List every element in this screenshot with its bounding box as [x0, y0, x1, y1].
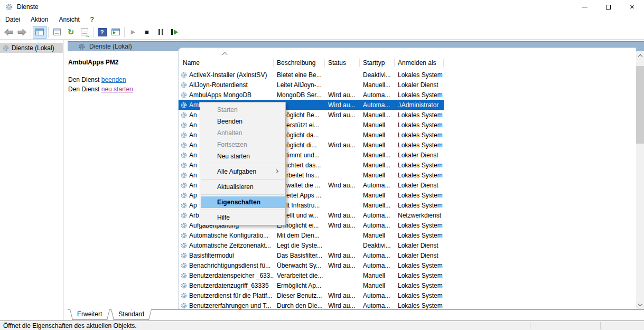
- column-header-name[interactable]: Name: [179, 58, 274, 68]
- service-logon-cell: Lokaler Dienst: [395, 81, 444, 89]
- service-description-cell: Überwacht Sy...: [274, 262, 325, 269]
- menu-?[interactable]: ?: [85, 15, 99, 24]
- service-row[interactable]: Benutzerdatenspeicher _633... Verarbeite…: [179, 270, 444, 280]
- service-status-cell: Wird au...: [325, 111, 360, 119]
- menu-aktion[interactable]: Aktion: [25, 15, 53, 24]
- context-menu-item-anhalten[interactable]: Anhalten: [201, 127, 285, 139]
- service-gear-icon: [181, 152, 187, 158]
- service-starttype-cell: Manuell: [360, 272, 395, 279]
- service-gear-icon: [181, 142, 187, 148]
- column-header-status[interactable]: Status: [325, 58, 360, 68]
- services-gear-icon: [3, 45, 9, 51]
- service-logon-cell: Lokales System: [395, 232, 444, 239]
- service-description-cell: MongoDB Ser...: [274, 91, 325, 99]
- service-row[interactable]: Automatische Konfiguratio... Mit dem Die…: [179, 230, 444, 240]
- scroll-up-button[interactable]: [636, 51, 644, 60]
- tree-item-dienste-lokal[interactable]: Dienste (Lokal): [0, 43, 63, 53]
- service-row[interactable]: Benachrichtigungsdienst fü... Überwacht …: [179, 260, 444, 270]
- show-console-tree-button[interactable]: [33, 26, 46, 39]
- column-header-anmelden-als[interactable]: Anmelden als: [395, 58, 444, 68]
- menu-datei[interactable]: Datei: [0, 15, 25, 24]
- column-header-beschreibung[interactable]: Beschreibung: [274, 58, 325, 68]
- export-list-button[interactable]: →: [78, 26, 91, 39]
- service-row[interactable]: Benutzererfahrungen und T... Durch den D…: [179, 300, 444, 309]
- pause-service-button[interactable]: [154, 26, 167, 39]
- extended-pane: AmbulApps PM2 Den Dienst beenden Den Die…: [68, 51, 178, 309]
- context-menu-item-fortsetzen[interactable]: Fortsetzen: [201, 139, 285, 150]
- stop-service-link[interactable]: beenden: [101, 76, 126, 83]
- context-menu-item-hilfe[interactable]: Hilfe: [201, 212, 285, 223]
- sort-ascending-icon: [222, 52, 228, 58]
- service-starttype-cell: Manuell: [360, 131, 395, 139]
- close-icon: ×: [630, 4, 634, 10]
- start-service-button[interactable]: ▶: [126, 26, 140, 39]
- refresh-button[interactable]: ↻: [64, 26, 78, 39]
- toolbar-separator: [48, 27, 49, 37]
- minimize-button[interactable]: [573, 0, 596, 14]
- maximize-button[interactable]: [596, 0, 620, 14]
- service-logon-cell: Lokales System: [395, 172, 444, 179]
- service-name-cell: Automatische Konfiguratio...: [179, 232, 274, 239]
- service-row[interactable]: ActiveX-Installer (AxInstSV) Bietet eine…: [179, 70, 444, 80]
- tab-erweitert[interactable]: Erweitert: [70, 309, 109, 320]
- view-tabstrip: ErweitertStandard: [68, 309, 644, 320]
- service-row[interactable]: AmbulApps MongoDB MongoDB Ser... Wird au…: [179, 90, 444, 100]
- panel-content: AmbulApps PM2 Den Dienst beenden Den Die…: [68, 51, 644, 309]
- console-tree-icon: [35, 29, 44, 35]
- service-starttype-cell: Automa...: [360, 302, 395, 309]
- context-menu-item-alle-aufgaben[interactable]: Alle Aufgaben: [201, 166, 285, 177]
- statusbar-divider: [600, 322, 601, 329]
- maximize-icon: [606, 5, 611, 10]
- service-starttype-cell: Manuell: [360, 192, 395, 199]
- context-menu-item-neu-starten[interactable]: Neu starten: [201, 150, 285, 162]
- service-name-cell: Basisfiltermodul: [179, 252, 274, 259]
- context-menu-item-beenden[interactable]: Beenden: [201, 116, 285, 127]
- service-name-cell: Automatische Zeitzonenakt...: [179, 242, 274, 249]
- forward-arrow-icon: [17, 29, 27, 36]
- main-area: Dienste (Lokal) Dienste (Lokal) AmbulApp…: [0, 40, 644, 320]
- help-button[interactable]: ?: [95, 26, 109, 39]
- toolbar-separator: [93, 27, 94, 37]
- context-menu-item-starten[interactable]: Starten: [201, 104, 285, 116]
- column-header-starttyp[interactable]: Starttyp: [360, 58, 395, 68]
- service-name-cell: Benachrichtigungsdienst fü...: [179, 262, 274, 269]
- service-row[interactable]: Benutzerdatenzugriff_63335 Ermöglicht Ap…: [179, 280, 444, 290]
- stop-service-button[interactable]: ■: [140, 26, 154, 39]
- service-starttype-cell: Manuell: [360, 121, 395, 129]
- service-starttype-cell: Manuell: [360, 282, 395, 289]
- show-action-pane-button[interactable]: [109, 26, 123, 39]
- scrollbar-thumb[interactable]: [636, 66, 644, 144]
- titlebar: Dienste ×: [0, 0, 644, 14]
- service-name-cell: Benutzerdienst für die Plattf...: [179, 292, 274, 299]
- service-name-cell: AllJoyn-Routerdienst: [179, 81, 274, 89]
- context-menu-item-aktualisieren[interactable]: Aktualisieren: [201, 181, 285, 193]
- service-row[interactable]: Automatische Zeitzonenakt... Legt die Sy…: [179, 240, 444, 250]
- service-gear-icon: [181, 182, 187, 188]
- service-logon-cell: Lokaler Dienst: [395, 252, 444, 259]
- context-menu-separator: [201, 164, 284, 164]
- menu-ansicht[interactable]: Ansicht: [53, 15, 85, 24]
- service-row[interactable]: AllJoyn-Routerdienst Leitet AllJoyn-... …: [179, 80, 444, 90]
- service-logon-cell: Lokales System: [395, 262, 444, 269]
- restart-service-link[interactable]: neu starten: [101, 86, 133, 93]
- service-starttype-cell: Deaktivi...: [360, 71, 395, 79]
- properties-button[interactable]: [50, 26, 64, 39]
- service-description-cell: Durch den Die...: [274, 302, 325, 309]
- service-gear-icon: [181, 92, 187, 98]
- vertical-scrollbar[interactable]: [636, 51, 644, 309]
- service-gear-icon: [181, 303, 187, 309]
- service-starttype-cell: Automa...: [360, 212, 395, 219]
- context-menu-item-eigenschaften[interactable]: Eigenschaften: [201, 196, 285, 208]
- service-row[interactable]: Basisfiltermodul Das Basisfilter... Wird…: [179, 250, 444, 260]
- back-button[interactable]: [2, 26, 15, 39]
- scroll-down-button[interactable]: [636, 300, 644, 309]
- service-name-cell: AmbulApps MongoDB: [179, 91, 274, 99]
- service-status-cell: Wird au...: [325, 292, 360, 299]
- forward-button[interactable]: [15, 26, 29, 39]
- service-gear-icon: [181, 132, 187, 138]
- restart-service-button[interactable]: [167, 26, 181, 39]
- service-logon-cell: Lokales System: [395, 292, 444, 299]
- tab-standard[interactable]: Standard: [111, 309, 152, 320]
- close-button[interactable]: ×: [620, 0, 644, 14]
- service-row[interactable]: Benutzerdienst für die Plattf... Dieser …: [179, 290, 444, 300]
